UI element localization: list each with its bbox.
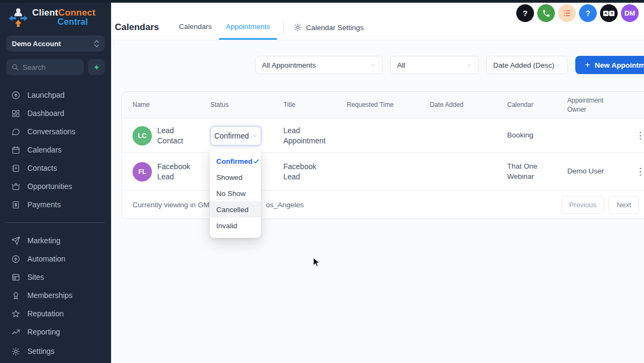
tab-calendar-settings-label: Calendar Settings [306, 24, 363, 32]
gear-icon [294, 23, 302, 32]
phone-button[interactable] [537, 4, 555, 22]
checkmark-icon [253, 158, 260, 165]
chevron-down-icon [555, 62, 561, 68]
sidebar-nav-secondary: Marketing Automation Sites Memberships R… [0, 231, 111, 341]
column-header-status: Status [210, 100, 283, 110]
appointments-filter-value: All Appointments [262, 61, 316, 69]
sidebar-item-dashboard[interactable]: Dashboard [0, 104, 111, 122]
column-header-appointment-owner: Appointment Owner [567, 96, 631, 114]
reputation-icon [11, 309, 20, 318]
status-option-showed[interactable]: Showed [210, 169, 261, 185]
sidebar-item-label: Reputation [27, 309, 64, 318]
tab-calendar-settings[interactable]: Calendar Settings [290, 15, 367, 40]
status-option-label: Cancelled [216, 206, 248, 214]
calendars-icon [11, 146, 20, 155]
filters-row: All Appointments All Date Added (Desc) +… [111, 56, 644, 74]
account-selector[interactable]: Demo Account [6, 35, 105, 52]
calendar-name: That One Webinar [507, 162, 550, 182]
appointment-title: Lead Appointment [283, 126, 333, 146]
appointments-filter-select[interactable]: All Appointments [255, 56, 383, 74]
sidebar-item-payments[interactable]: Payments [0, 195, 111, 214]
sidebar-item-label: Launchpad [27, 91, 64, 99]
status-dropdown-menu: Confirmed Showed No Show Cancelled Inval… [210, 149, 261, 238]
new-appointment-label: New Appointment [595, 61, 644, 69]
avatar: FL [133, 162, 152, 182]
plus-icon: + [585, 60, 590, 70]
status-option-label: Invalid [216, 222, 237, 230]
question-mark-icon: ? [586, 9, 590, 18]
sidebar-item-label: Payments [27, 200, 61, 209]
quick-actions-button[interactable] [88, 59, 105, 75]
user-avatar[interactable]: DM [621, 4, 639, 22]
sidebar-item-marketing[interactable]: Marketing [0, 231, 111, 250]
list-icon [563, 9, 571, 17]
app-logo-icon [8, 6, 29, 28]
status-option-confirmed[interactable]: Confirmed [210, 153, 261, 169]
status-filter-value: All [397, 61, 405, 69]
sidebar-item-launchpad[interactable]: Launchpad [0, 86, 111, 104]
status-option-no-show[interactable]: No Show [210, 185, 261, 201]
status-option-label: Showed [216, 173, 243, 182]
sort-select-value: Date Added (Desc) [493, 61, 554, 69]
sidebar-item-reporting[interactable]: Reporting [0, 323, 111, 341]
sidebar-item-settings[interactable]: Settings [0, 342, 111, 360]
sidebar-nav-primary: Launchpad Dashboard Conversations Calend… [0, 86, 111, 214]
appointment-owner: Demo User [567, 166, 631, 177]
row-actions-menu[interactable]: ⋮ [631, 131, 644, 140]
new-appointment-button[interactable]: + New Appointment [575, 56, 644, 74]
sidebar-item-contacts[interactable]: Contacts [0, 159, 111, 177]
phone-icon [542, 9, 551, 18]
search-icon [11, 63, 19, 71]
sites-icon [11, 273, 20, 282]
tab-calendars[interactable]: Calendars [172, 15, 219, 40]
table-header-row: Name Status Title Requested Time Date Ad… [122, 92, 644, 119]
contact-name[interactable]: Lead Contact [157, 126, 196, 146]
sort-select[interactable]: Date Added (Desc) [486, 56, 568, 74]
appointments-table: Name Status Title Requested Time Date Ad… [121, 91, 644, 219]
sidebar-item-opportunities[interactable]: Opportunities [0, 177, 111, 195]
sidebar-item-conversations[interactable]: Conversations [0, 122, 111, 141]
translate-button[interactable]: A X [600, 4, 618, 22]
status-option-cancelled[interactable]: Cancelled [210, 201, 261, 217]
window-top-edge [0, 0, 644, 3]
sidebar: ClientConnect Central Demo Account Searc… [0, 0, 111, 363]
conversations-icon [11, 127, 20, 136]
sidebar-item-reputation[interactable]: Reputation [0, 304, 111, 323]
sidebar-item-label: Opportunities [27, 182, 72, 191]
status-option-label: No Show [216, 190, 246, 198]
sidebar-item-automation[interactable]: Automation [0, 250, 111, 268]
sidebar-item-sites[interactable]: Sites [0, 268, 111, 286]
previous-button[interactable]: Previous [561, 196, 605, 214]
dashboard-icon [11, 109, 20, 118]
status-option-invalid[interactable]: Invalid [210, 217, 261, 234]
page-title: Calendars [115, 22, 159, 33]
column-header-name: Name [133, 100, 210, 110]
sidebar-item-label: Marketing [27, 236, 60, 245]
help-button-dark[interactable]: ? [516, 4, 534, 22]
chevron-down-icon [252, 133, 258, 139]
search-input[interactable]: Search [6, 59, 84, 75]
status-option-label: Confirmed [216, 157, 253, 165]
task-list-button[interactable] [558, 4, 576, 22]
timezone-text-right: os_Angeles [266, 201, 304, 209]
launchpad-icon [11, 91, 20, 100]
status-filter-select[interactable]: All [390, 56, 479, 74]
column-header-title: Title [283, 100, 347, 110]
column-header-date-added: Date Added [430, 100, 507, 110]
next-button[interactable]: Next [609, 196, 639, 214]
status-dropdown-trigger[interactable]: Confirmed [210, 126, 261, 146]
sidebar-nav-footer: Settings [0, 342, 111, 360]
topbar-icons: ? ? A X DM [516, 4, 639, 22]
chevron-up-down-icon [94, 40, 99, 48]
contact-name[interactable]: Facebook Lead [157, 162, 196, 182]
appointment-title: Facebook Lead [283, 162, 322, 182]
calendar-name: Booking [507, 130, 550, 141]
tab-appointments[interactable]: Appointments [219, 15, 277, 40]
automation-icon [11, 255, 20, 264]
help-button-blue[interactable]: ? [579, 4, 597, 22]
sidebar-item-memberships[interactable]: Memberships [0, 286, 111, 304]
row-actions-menu[interactable]: ⋮ [631, 167, 644, 176]
translate-letter-x: X [609, 11, 614, 16]
sidebar-item-calendars[interactable]: Calendars [0, 141, 111, 159]
page-header: Calendars Calendars Appointments Calenda… [111, 0, 644, 40]
